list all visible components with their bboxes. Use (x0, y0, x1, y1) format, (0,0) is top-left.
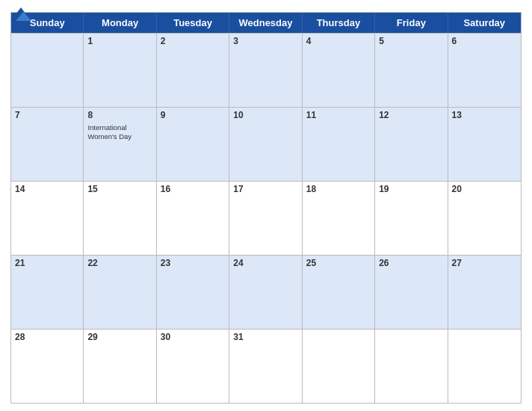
calendar-cell-0-0 (11, 34, 84, 107)
weekday-header-row: SundayMondayTuesdayWednesdayThursdayFrid… (11, 13, 521, 33)
cell-day-number: 1 (87, 36, 152, 48)
logo (10, 7, 31, 22)
calendar-cell-0-1: 1 (84, 34, 156, 107)
cell-day-number: 21 (15, 258, 79, 270)
cell-day-number: 15 (87, 184, 152, 196)
calendar-grid: SundayMondayTuesdayWednesdayThursdayFrid… (10, 12, 522, 404)
calendar-cell-2-2: 16 (157, 182, 229, 255)
cell-day-number: 30 (161, 332, 225, 344)
calendar-cell-4-1: 29 (84, 330, 156, 403)
logo-icon (10, 7, 31, 21)
cell-day-number: 9 (161, 110, 225, 122)
calendar-cell-1-4: 11 (303, 108, 375, 181)
cell-day-number: 4 (306, 36, 371, 48)
calendar-row-4: 28293031 (11, 329, 521, 403)
calendar-row-0: 123456 (11, 33, 521, 107)
calendar-cell-4-4 (303, 330, 375, 403)
cell-day-number: 18 (306, 184, 371, 196)
cell-day-number: 31 (233, 332, 297, 344)
calendar-cell-1-2: 9 (157, 108, 229, 181)
calendar-row-2: 14151617181920 (11, 181, 521, 255)
calendar-cell-0-5: 5 (375, 34, 448, 107)
cell-day-number: 25 (306, 258, 371, 270)
calendar-cell-0-3: 3 (229, 34, 302, 107)
cell-day-number: 16 (161, 184, 225, 196)
calendar-cell-1-6: 13 (448, 108, 521, 181)
calendar-cell-1-1: 8International Women's Day (84, 108, 156, 181)
calendar-cell-0-6: 6 (448, 34, 521, 107)
calendar-cell-2-4: 18 (303, 182, 375, 255)
weekday-header-friday: Friday (375, 13, 448, 33)
calendar-cell-3-3: 24 (229, 256, 302, 329)
cell-day-number: 26 (379, 258, 443, 270)
calendar-cell-1-0: 7 (11, 108, 84, 181)
calendar-cell-3-5: 26 (375, 256, 448, 329)
cell-day-number: 7 (15, 110, 79, 122)
cell-day-number: 29 (87, 332, 152, 344)
calendar-cell-4-5 (375, 330, 448, 403)
cell-day-number: 23 (161, 258, 225, 270)
calendar-cell-2-0: 14 (11, 182, 84, 255)
calendar-cell-3-1: 22 (84, 256, 156, 329)
cell-day-number: 20 (452, 184, 517, 196)
cell-day-number: 6 (452, 36, 517, 48)
calendar-row-1: 78International Women's Day910111213 (11, 107, 521, 181)
cell-day-number: 3 (233, 36, 297, 48)
cell-day-number: 10 (233, 110, 297, 122)
calendar-cell-3-0: 21 (11, 256, 84, 329)
calendar-cell-0-2: 2 (157, 34, 229, 107)
cell-day-number: 11 (306, 110, 371, 122)
calendar-page: SundayMondayTuesdayWednesdayThursdayFrid… (0, 0, 532, 411)
weekday-header-tuesday: Tuesday (157, 13, 229, 33)
calendar-cell-1-5: 12 (375, 108, 448, 181)
calendar-cell-2-1: 15 (84, 182, 156, 255)
calendar-cell-2-6: 20 (448, 182, 521, 255)
weekday-header-monday: Monday (84, 13, 156, 33)
cell-day-number: 27 (452, 258, 517, 270)
cell-day-number: 14 (15, 184, 79, 196)
calendar-cell-3-2: 23 (157, 256, 229, 329)
calendar-cell-2-5: 19 (375, 182, 448, 255)
cell-day-number: 2 (161, 36, 225, 48)
cell-day-number: 8 (87, 110, 152, 122)
cell-day-number: 19 (379, 184, 443, 196)
weekday-header-wednesday: Wednesday (229, 13, 302, 33)
calendar-cell-4-3: 31 (229, 330, 302, 403)
cell-day-number: 5 (379, 36, 443, 48)
calendar-cell-4-0: 28 (11, 330, 84, 403)
calendar-body: 12345678International Women's Day9101112… (11, 33, 521, 403)
calendar-cell-3-4: 25 (303, 256, 375, 329)
weekday-header-thursday: Thursday (303, 13, 375, 33)
weekday-header-saturday: Saturday (448, 13, 521, 33)
cell-day-number: 12 (379, 110, 443, 122)
calendar-cell-3-6: 27 (448, 256, 521, 329)
cell-day-number: 24 (233, 258, 297, 270)
cell-event-label: International Women's Day (87, 123, 152, 142)
cell-day-number: 17 (233, 184, 297, 196)
calendar-cell-4-6 (448, 330, 521, 403)
calendar-cell-2-3: 17 (229, 182, 302, 255)
calendar-cell-0-4: 4 (303, 34, 375, 107)
calendar-cell-4-2: 30 (157, 330, 229, 403)
cell-day-number: 13 (452, 110, 517, 122)
cell-day-number: 22 (87, 258, 152, 270)
calendar-row-3: 21222324252627 (11, 255, 521, 329)
calendar-cell-1-3: 10 (229, 108, 302, 181)
cell-day-number: 28 (15, 332, 79, 344)
